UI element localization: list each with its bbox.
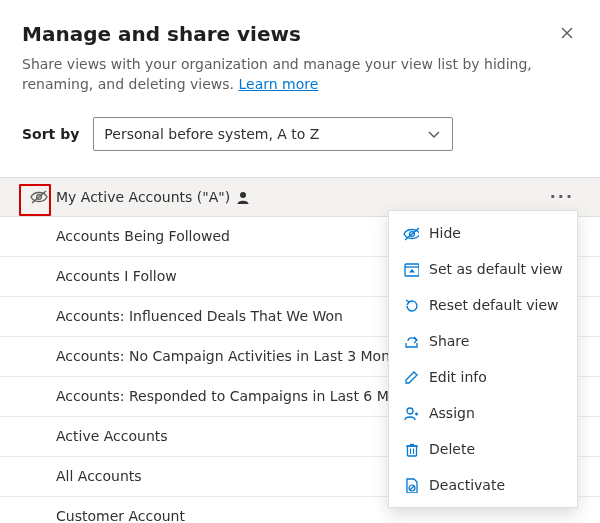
sort-label: Sort by: [22, 126, 79, 142]
menu-item-label: Deactivate: [429, 477, 505, 493]
menu-item-share[interactable]: Share: [389, 323, 577, 359]
menu-item-label: Share: [429, 333, 469, 349]
share-icon: [403, 333, 419, 349]
view-name: Accounts: Influenced Deals That We Won: [56, 308, 343, 324]
menu-item-reset-default[interactable]: Reset default view: [389, 287, 577, 323]
view-name: My Active Accounts ("A"): [56, 189, 230, 205]
menu-item-label: Delete: [429, 441, 475, 457]
reset-icon: [403, 297, 419, 313]
close-icon: [560, 26, 574, 40]
view-name: Accounts I Follow: [56, 268, 177, 284]
learn-more-link[interactable]: Learn more: [239, 76, 319, 92]
person-icon: [236, 190, 250, 204]
menu-item-hide[interactable]: Hide: [389, 215, 577, 251]
sort-select[interactable]: Personal before system, A to Z: [93, 117, 453, 151]
edit-icon: [403, 369, 419, 385]
home-view-icon: [403, 261, 419, 277]
view-name: Accounts: No Campaign Activities in Last…: [56, 348, 412, 364]
deactivate-icon: [403, 477, 419, 493]
view-name: Accounts Being Followed: [56, 228, 230, 244]
sort-row: Sort by Personal before system, A to Z: [22, 117, 578, 151]
menu-item-label: Edit info: [429, 369, 487, 385]
view-name: Accounts: Responded to Campaigns in Last…: [56, 388, 428, 404]
assign-icon: [403, 405, 419, 421]
menu-item-assign[interactable]: Assign: [389, 395, 577, 431]
menu-item-label: Hide: [429, 225, 461, 241]
sort-select-value: Personal before system, A to Z: [104, 126, 426, 142]
menu-item-label: Set as default view: [429, 261, 563, 277]
panel-title: Manage and share views: [22, 22, 301, 46]
panel-subtitle: Share views with your organization and m…: [22, 54, 562, 95]
eye-slash-icon: [403, 225, 419, 241]
menu-item-label: Reset default view: [429, 297, 559, 313]
menu-item-edit-info[interactable]: Edit info: [389, 359, 577, 395]
panel-header: Manage and share views: [22, 22, 578, 54]
view-name: All Accounts: [56, 468, 142, 484]
eye-slash-icon: [22, 188, 56, 206]
close-button[interactable]: [556, 22, 578, 44]
menu-item-set-default[interactable]: Set as default view: [389, 251, 577, 287]
chevron-down-icon: [426, 127, 442, 141]
view-name: Customer Account: [56, 508, 185, 523]
delete-icon: [403, 441, 419, 457]
menu-item-delete[interactable]: Delete: [389, 431, 577, 467]
menu-item-deactivate[interactable]: Deactivate: [389, 467, 577, 503]
row-more-button[interactable]: ···: [546, 187, 578, 206]
row-context-menu: Hide Set as default view Reset default v…: [388, 210, 578, 508]
view-name: Active Accounts: [56, 428, 168, 444]
menu-item-label: Assign: [429, 405, 475, 421]
